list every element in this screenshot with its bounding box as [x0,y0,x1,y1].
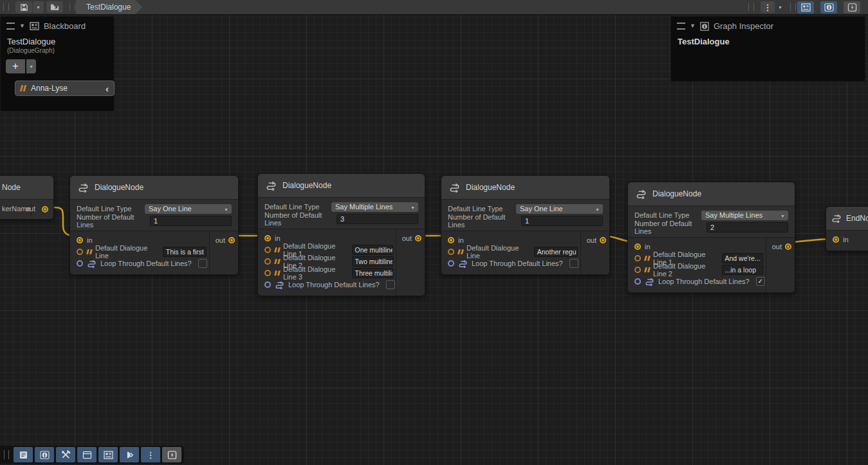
add-variable-dropdown[interactable]: ▼ [26,59,36,73]
toggle-tools-button[interactable] [56,447,75,462]
toggle-graph-processing-button[interactable] [162,447,181,462]
folder-open-icon [50,3,59,11]
dialogue-line-port[interactable] [634,267,641,273]
line-type-dropdown[interactable]: Say One Line▼ [145,204,232,214]
in-port[interactable] [634,243,641,250]
num-lines-input[interactable]: 1 [150,216,232,226]
in-port[interactable] [77,237,83,243]
toggle-inspector-button[interactable] [35,447,54,462]
graph-inspector-header[interactable]: ▼ Graph Inspector [671,17,865,34]
quote-icon [87,249,91,254]
loop-port[interactable] [264,281,271,288]
dialogue-line-input[interactable]: This is a first [163,247,207,257]
hamburger-icon[interactable] [677,23,685,30]
toolbar-drag-handle[interactable] [748,3,754,11]
toolbar-drag-handle[interactable] [790,3,796,11]
dialogue-line-port[interactable] [264,270,271,276]
in-port[interactable] [833,236,839,243]
dialogue-line-input[interactable]: One multiline [352,245,393,255]
loop-checkbox[interactable] [569,259,578,268]
hamburger-icon[interactable] [6,23,15,30]
blackboard-field-anna-lyse[interactable]: Anna-Lyse ‹ [15,81,115,96]
out-port-label: out [26,205,35,213]
dialogue-node-1[interactable]: DialogueNode Default Line Type Say One L… [69,175,239,275]
toggle-graph-processing-button[interactable] [844,1,860,14]
collapse-triangle-icon[interactable]: ▼ [690,23,696,29]
dialogue-line-input[interactable]: And we're... [722,253,763,263]
dialogue-line-input[interactable]: Another regu [534,247,578,257]
toggle-console-button[interactable] [14,447,33,462]
dialogue-node-2[interactable]: DialogueNode Default Line Type Say Multi… [257,173,425,296]
chevron-down-icon: ▼ [595,207,600,212]
num-lines-input[interactable]: 1 [521,216,603,226]
loop-checkbox[interactable]: ✓ [756,277,765,286]
out-port[interactable] [228,237,235,243]
dialogue-line-port[interactable] [634,255,641,261]
dialogue-node-4[interactable]: DialogueNode Default Line Type Say Multi… [627,182,795,293]
dialogue-line-input[interactable]: ...in a loop [722,265,763,275]
loop-port[interactable] [77,260,83,267]
dialogue-line-port[interactable] [77,249,83,255]
blackboard-header[interactable]: ▼ Blackboard [1,17,114,34]
more-options-button[interactable]: ⋮ [141,447,160,462]
num-lines-label: Number of Default Lines [448,213,521,229]
line-type-dropdown[interactable]: Say One Line▼ [516,204,603,214]
num-lines-label: Number of Default Lines [264,211,337,227]
loop-checkbox[interactable] [386,280,395,289]
end-node[interactable]: EndNode in [826,206,868,251]
toggle-blackboard-button[interactable] [98,447,118,462]
dialogue-node-3[interactable]: DialogueNode Default Line Type Say One L… [441,175,610,275]
collapse-triangle-icon[interactable]: ▼ [19,23,25,29]
toggle-window-button[interactable] [77,447,97,462]
dialogue-line-port[interactable] [448,249,454,255]
quote-icon [275,247,279,252]
dialogue-node-icon [78,183,89,193]
quote-icon [275,259,279,264]
info-icon [824,3,834,12]
out-port[interactable] [42,206,48,213]
toolbar-drag-handle[interactable] [3,3,9,11]
graph-tab-label: TestDialogue [86,3,131,12]
toolbar-drag-handle[interactable] [69,3,75,11]
save-dropdown-button[interactable]: ▼ [33,1,44,13]
open-asset-button[interactable] [46,1,63,13]
options-menu-button[interactable]: ⋮ [761,1,775,13]
toggle-graph-inspector-button[interactable] [820,1,837,14]
chevron-left-icon[interactable]: ‹ [106,84,109,93]
top-toolbar: ▼ TestDialogue ⋮ ▼ [0,0,868,15]
chevron-down-icon: ▼ [411,205,415,210]
graph-canvas[interactable]: ▼ TestDialogue ⋮ ▼ ▼ Blackboard TestDial… [0,0,868,465]
save-button[interactable] [15,1,32,13]
graph-tab[interactable]: TestDialogue [76,0,142,14]
line-type-dropdown[interactable]: Say Multiple Lines▼ [701,211,788,220]
dialogue-line-port[interactable] [264,247,271,253]
in-port[interactable] [448,237,454,243]
document-icon [19,451,28,459]
out-port[interactable] [785,243,791,250]
out-port[interactable] [415,235,421,242]
toggle-blackboard-button[interactable] [797,1,814,14]
blackboard-panel: ▼ Blackboard TestDialogue (DialogueGraph… [0,16,115,111]
blackboard-graph-name: TestDialogue [1,34,114,46]
add-variable-button[interactable]: + [6,59,25,73]
line-type-dropdown[interactable]: Say Multiple Lines▼ [331,202,418,212]
loop-port[interactable] [448,260,454,267]
out-port[interactable] [600,237,606,243]
kebab-icon: ⋮ [764,3,772,12]
num-lines-input[interactable]: 2 [706,222,788,232]
options-dropdown-button[interactable]: ▼ [775,1,785,13]
dialogue-line-input[interactable]: Three multiline [352,268,393,278]
in-port[interactable] [264,235,271,242]
num-lines-label: Number of Default Lines [634,220,706,235]
half-circle-play-icon [125,451,134,459]
num-lines-input[interactable]: 3 [337,214,418,224]
dialogue-line-input[interactable]: Two multiline [352,256,393,267]
toolbar-drag-handle[interactable] [4,450,9,459]
dialogue-line-port[interactable] [264,258,271,265]
toggle-preview-button[interactable] [120,447,139,462]
field-name: Anna-Lyse [31,84,100,93]
loop-port[interactable] [634,278,641,285]
speaker-node[interactable]: Node kerName out [0,175,54,220]
blackboard-title: Blackboard [44,21,86,31]
loop-checkbox[interactable] [198,259,207,268]
